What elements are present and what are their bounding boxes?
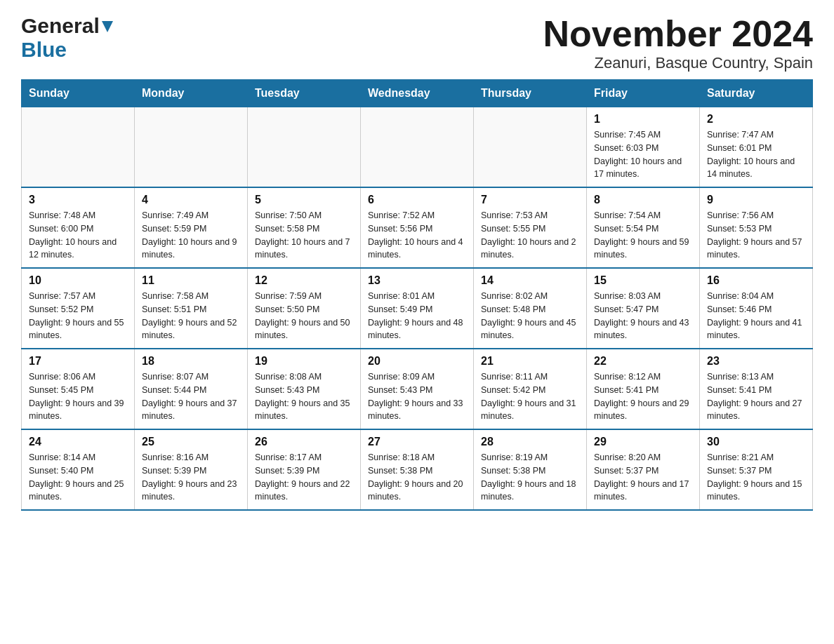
table-row: 23Sunrise: 8:13 AM Sunset: 5:41 PM Dayli… <box>700 349 813 429</box>
logo-general-text: General <box>21 14 100 38</box>
day-number: 17 <box>29 355 127 368</box>
title-block: November 2024 Zeanuri, Basque Country, S… <box>543 14 813 72</box>
day-info: Sunrise: 8:08 AM Sunset: 5:43 PM Dayligh… <box>255 370 353 423</box>
table-row: 15Sunrise: 8:03 AM Sunset: 5:47 PM Dayli… <box>587 268 700 349</box>
day-number: 19 <box>255 355 353 368</box>
table-row: 24Sunrise: 8:14 AM Sunset: 5:40 PM Dayli… <box>22 429 135 510</box>
day-number: 9 <box>707 194 805 206</box>
day-info: Sunrise: 8:17 AM Sunset: 5:39 PM Dayligh… <box>255 451 353 504</box>
day-info: Sunrise: 8:02 AM Sunset: 5:48 PM Dayligh… <box>481 290 579 342</box>
col-saturday: Saturday <box>700 80 813 107</box>
day-info: Sunrise: 8:16 AM Sunset: 5:39 PM Dayligh… <box>142 451 240 504</box>
day-info: Sunrise: 7:52 AM Sunset: 5:56 PM Dayligh… <box>368 209 466 262</box>
table-row: 9Sunrise: 7:56 AM Sunset: 5:53 PM Daylig… <box>700 187 813 268</box>
table-row: 19Sunrise: 8:08 AM Sunset: 5:43 PM Dayli… <box>248 349 361 429</box>
col-thursday: Thursday <box>474 80 587 107</box>
table-row: 4Sunrise: 7:49 AM Sunset: 5:59 PM Daylig… <box>135 187 248 268</box>
day-info: Sunrise: 7:58 AM Sunset: 5:51 PM Dayligh… <box>142 290 240 342</box>
table-row: 25Sunrise: 8:16 AM Sunset: 5:39 PM Dayli… <box>135 429 248 510</box>
day-info: Sunrise: 7:59 AM Sunset: 5:50 PM Dayligh… <box>255 290 353 342</box>
table-row <box>22 107 135 188</box>
calendar-header-row: Sunday Monday Tuesday Wednesday Thursday… <box>22 80 813 107</box>
table-row: 13Sunrise: 8:01 AM Sunset: 5:49 PM Dayli… <box>361 268 474 349</box>
calendar-week-row: 3Sunrise: 7:48 AM Sunset: 6:00 PM Daylig… <box>22 187 813 268</box>
table-row: 30Sunrise: 8:21 AM Sunset: 5:37 PM Dayli… <box>700 429 813 510</box>
day-info: Sunrise: 8:13 AM Sunset: 5:41 PM Dayligh… <box>707 370 805 423</box>
day-number: 3 <box>29 194 127 206</box>
day-number: 22 <box>594 355 692 368</box>
calendar-week-row: 17Sunrise: 8:06 AM Sunset: 5:45 PM Dayli… <box>22 349 813 429</box>
table-row <box>361 107 474 188</box>
calendar-week-row: 1Sunrise: 7:45 AM Sunset: 6:03 PM Daylig… <box>22 107 813 188</box>
day-info: Sunrise: 8:11 AM Sunset: 5:42 PM Dayligh… <box>481 370 579 423</box>
day-info: Sunrise: 8:06 AM Sunset: 5:45 PM Dayligh… <box>29 370 127 423</box>
table-row: 18Sunrise: 8:07 AM Sunset: 5:44 PM Dayli… <box>135 349 248 429</box>
day-info: Sunrise: 8:04 AM Sunset: 5:46 PM Dayligh… <box>707 290 805 342</box>
day-number: 14 <box>481 274 579 287</box>
day-info: Sunrise: 7:53 AM Sunset: 5:55 PM Dayligh… <box>481 209 579 262</box>
day-info: Sunrise: 8:14 AM Sunset: 5:40 PM Dayligh… <box>29 451 127 504</box>
day-info: Sunrise: 8:18 AM Sunset: 5:38 PM Dayligh… <box>368 451 466 504</box>
day-info: Sunrise: 8:20 AM Sunset: 5:37 PM Dayligh… <box>594 451 692 504</box>
day-number: 23 <box>707 355 805 368</box>
day-info: Sunrise: 7:54 AM Sunset: 5:54 PM Dayligh… <box>594 209 692 262</box>
day-number: 29 <box>594 436 692 448</box>
table-row <box>135 107 248 188</box>
logo-arrow-icon <box>102 21 113 32</box>
day-number: 20 <box>368 355 466 368</box>
day-number: 25 <box>142 436 240 448</box>
table-row: 11Sunrise: 7:58 AM Sunset: 5:51 PM Dayli… <box>135 268 248 349</box>
day-number: 26 <box>255 436 353 448</box>
day-number: 5 <box>255 194 353 206</box>
day-number: 21 <box>481 355 579 368</box>
day-info: Sunrise: 8:07 AM Sunset: 5:44 PM Dayligh… <box>142 370 240 423</box>
day-number: 12 <box>255 274 353 287</box>
day-number: 6 <box>368 194 466 206</box>
page-subtitle: Zeanuri, Basque Country, Spain <box>543 54 813 72</box>
table-row: 17Sunrise: 8:06 AM Sunset: 5:45 PM Dayli… <box>22 349 135 429</box>
col-friday: Friday <box>587 80 700 107</box>
day-number: 27 <box>368 436 466 448</box>
day-info: Sunrise: 8:09 AM Sunset: 5:43 PM Dayligh… <box>368 370 466 423</box>
day-info: Sunrise: 7:48 AM Sunset: 6:00 PM Dayligh… <box>29 209 127 262</box>
day-info: Sunrise: 8:03 AM Sunset: 5:47 PM Dayligh… <box>594 290 692 342</box>
page-header: General Blue November 2024 Zeanuri, Basq… <box>21 14 813 72</box>
table-row: 20Sunrise: 8:09 AM Sunset: 5:43 PM Dayli… <box>361 349 474 429</box>
col-wednesday: Wednesday <box>361 80 474 107</box>
day-number: 13 <box>368 274 466 287</box>
day-info: Sunrise: 8:01 AM Sunset: 5:49 PM Dayligh… <box>368 290 466 342</box>
day-number: 4 <box>142 194 240 206</box>
table-row: 22Sunrise: 8:12 AM Sunset: 5:41 PM Dayli… <box>587 349 700 429</box>
day-number: 28 <box>481 436 579 448</box>
col-tuesday: Tuesday <box>248 80 361 107</box>
day-info: Sunrise: 7:49 AM Sunset: 5:59 PM Dayligh… <box>142 209 240 262</box>
day-number: 18 <box>142 355 240 368</box>
calendar-week-row: 24Sunrise: 8:14 AM Sunset: 5:40 PM Dayli… <box>22 429 813 510</box>
day-number: 8 <box>594 194 692 206</box>
table-row: 16Sunrise: 8:04 AM Sunset: 5:46 PM Dayli… <box>700 268 813 349</box>
col-sunday: Sunday <box>22 80 135 107</box>
day-info: Sunrise: 7:56 AM Sunset: 5:53 PM Dayligh… <box>707 209 805 262</box>
table-row: 2Sunrise: 7:47 AM Sunset: 6:01 PM Daylig… <box>700 107 813 188</box>
day-number: 7 <box>481 194 579 206</box>
logo: General Blue <box>21 14 113 62</box>
table-row <box>248 107 361 188</box>
table-row: 6Sunrise: 7:52 AM Sunset: 5:56 PM Daylig… <box>361 187 474 268</box>
day-number: 16 <box>707 274 805 287</box>
table-row <box>474 107 587 188</box>
logo-blue-text: Blue <box>21 38 67 61</box>
table-row: 5Sunrise: 7:50 AM Sunset: 5:58 PM Daylig… <box>248 187 361 268</box>
table-row: 10Sunrise: 7:57 AM Sunset: 5:52 PM Dayli… <box>22 268 135 349</box>
day-info: Sunrise: 8:19 AM Sunset: 5:38 PM Dayligh… <box>481 451 579 504</box>
day-number: 1 <box>594 113 692 126</box>
day-info: Sunrise: 7:50 AM Sunset: 5:58 PM Dayligh… <box>255 209 353 262</box>
day-number: 2 <box>707 113 805 126</box>
day-info: Sunrise: 7:57 AM Sunset: 5:52 PM Dayligh… <box>29 290 127 342</box>
day-number: 15 <box>594 274 692 287</box>
table-row: 7Sunrise: 7:53 AM Sunset: 5:55 PM Daylig… <box>474 187 587 268</box>
table-row: 14Sunrise: 8:02 AM Sunset: 5:48 PM Dayli… <box>474 268 587 349</box>
calendar-table: Sunday Monday Tuesday Wednesday Thursday… <box>21 79 813 511</box>
table-row: 3Sunrise: 7:48 AM Sunset: 6:00 PM Daylig… <box>22 187 135 268</box>
day-info: Sunrise: 8:12 AM Sunset: 5:41 PM Dayligh… <box>594 370 692 423</box>
table-row: 12Sunrise: 7:59 AM Sunset: 5:50 PM Dayli… <box>248 268 361 349</box>
